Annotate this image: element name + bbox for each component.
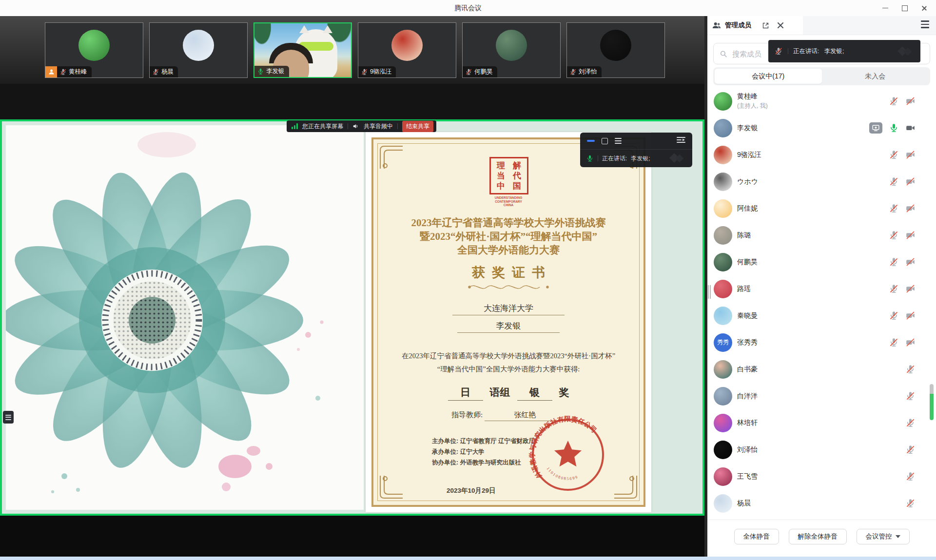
shared-flower-image xyxy=(6,125,364,510)
member-row[interactable]: 王飞雪 xyxy=(707,463,936,490)
camera-icon[interactable] xyxy=(905,257,916,267)
scrollbar-thumb[interactable] xyxy=(930,384,934,420)
mic-icon[interactable] xyxy=(889,203,899,213)
participant-name: 刘泽怡 xyxy=(579,68,597,76)
panel-title: 管理成员 xyxy=(725,21,751,30)
meeting-control-button[interactable]: 会议管控 xyxy=(857,529,910,544)
member-name: 王飞雪 xyxy=(737,472,758,481)
camera-icon[interactable] xyxy=(905,123,916,133)
member-row[interactable]: 何鹏昊 xyxy=(707,249,936,275)
divider xyxy=(788,48,788,54)
mic-icon[interactable] xyxy=(889,337,899,348)
mic-icon[interactable] xyxy=(905,498,916,508)
mic-icon[interactable] xyxy=(889,310,899,321)
member-row[interactable]: 秀秀 张秀秀 xyxy=(707,329,936,356)
minimize-button[interactable] xyxy=(876,0,895,16)
video-tile[interactable]: 刘泽怡 xyxy=(566,22,665,78)
members-icon xyxy=(712,21,721,29)
member-row[interactable]: 刘泽怡 xyxy=(707,436,936,463)
sharing-status-label: 您正在共享屏幕 xyxy=(302,122,343,131)
member-name: 李发银 xyxy=(737,124,758,133)
close-panel-icon[interactable] xyxy=(777,22,784,29)
tab-not-joined[interactable]: 未入会 xyxy=(822,69,929,84)
shared-certificate-page: 理解当代中国 UNDERSTANDINGCONTEMPORARYCHINA 20… xyxy=(366,132,651,512)
camera-icon[interactable] xyxy=(905,176,916,187)
mic-icon[interactable] xyxy=(905,444,916,455)
member-row[interactable]: ウホウ xyxy=(707,168,936,195)
stage-bottom-area xyxy=(0,516,704,557)
unmute-all-button[interactable]: 解除全体静音 xyxy=(789,529,847,544)
member-name: 刘泽怡 xyxy=(737,445,758,454)
member-name: 黄桂峰 xyxy=(737,92,768,101)
divider xyxy=(348,123,348,129)
mic-icon[interactable] xyxy=(889,150,899,160)
avatar xyxy=(391,30,423,61)
member-row[interactable]: 陈璐 xyxy=(707,222,936,249)
member-row[interactable]: 黄桂峰 (主持人, 我) xyxy=(707,88,936,115)
member-name: 阿佳妮 xyxy=(737,204,758,213)
panel-layout-icon[interactable] xyxy=(677,136,685,145)
avatar xyxy=(714,119,732,137)
member-row[interactable]: 9骆泓汪 xyxy=(707,141,936,168)
school-name-row: 大连海洋大学 xyxy=(373,303,644,315)
seal-characters: 理解当代中国 xyxy=(489,157,528,194)
mute-all-button[interactable]: 全体静音 xyxy=(734,529,779,544)
member-row[interactable]: 杨晨 xyxy=(707,490,936,517)
annotation-toolbar-handle[interactable] xyxy=(3,411,14,424)
close-window-button[interactable] xyxy=(915,0,934,16)
member-row[interactable]: 秦晓曼 xyxy=(707,302,936,329)
camera-icon[interactable] xyxy=(905,284,916,294)
camera-icon[interactable] xyxy=(905,230,916,240)
member-row[interactable]: 白书豪 xyxy=(707,356,936,383)
mic-icon xyxy=(257,68,264,75)
screen-share-status-bar: 您正在共享屏幕 共享音频中 结束共享 xyxy=(287,120,436,132)
video-tile[interactable]: 杨晨 xyxy=(149,22,248,78)
mic-icon[interactable] xyxy=(889,284,899,294)
video-tile[interactable]: 何鹏昊 xyxy=(462,22,561,78)
mic-icon[interactable] xyxy=(905,364,916,374)
mic-icon[interactable] xyxy=(905,418,916,428)
camera-icon[interactable] xyxy=(905,96,916,106)
award-row: 日语组银奖 xyxy=(373,386,644,401)
panel-footer: 全体静音 解除全体静音 会议管控 xyxy=(707,529,936,544)
video-tile[interactable]: 李发银 xyxy=(254,22,352,78)
mic-icon[interactable] xyxy=(889,96,899,106)
member-row[interactable]: 白洋洋 xyxy=(707,383,936,409)
member-name: 陈璐 xyxy=(737,231,751,240)
camera-icon[interactable] xyxy=(905,310,916,321)
avatar xyxy=(714,199,732,218)
tile-name-badge: 黄桂峰 xyxy=(45,66,92,77)
avatar xyxy=(600,30,631,61)
mic-icon[interactable] xyxy=(905,391,916,401)
mic-icon[interactable] xyxy=(905,471,916,482)
maximize-button[interactable] xyxy=(895,0,915,16)
awardee-name: 李发银 xyxy=(457,320,560,333)
stop-share-button[interactable]: 结束共享 xyxy=(402,121,433,132)
panel-window-icon[interactable] xyxy=(602,138,608,144)
mic-icon[interactable] xyxy=(889,257,899,267)
certificate-date: 2023年10月29日 xyxy=(447,486,496,495)
member-row[interactable]: 阿佳妮 xyxy=(707,195,936,222)
avatar xyxy=(714,146,732,164)
mic-icon xyxy=(569,68,577,76)
camera-icon[interactable] xyxy=(905,150,916,160)
tab-in-meeting[interactable]: 会议中(17) xyxy=(715,69,822,84)
popout-panel-icon[interactable] xyxy=(762,22,769,29)
camera-icon[interactable] xyxy=(905,337,916,348)
video-tile[interactable]: 黄桂峰 xyxy=(45,22,143,78)
video-tile[interactable]: 9骆泓汪 xyxy=(358,22,456,78)
member-row[interactable]: 林培轩 xyxy=(707,409,936,436)
mic-icon[interactable] xyxy=(889,176,899,187)
speaker-panel-status: 正在讲话: 李发银; xyxy=(580,150,692,167)
panel-list-view-icon[interactable] xyxy=(615,138,622,144)
camera-icon[interactable] xyxy=(905,203,916,213)
member-row[interactable]: 李发银 xyxy=(707,115,936,141)
panel-menu-icon[interactable] xyxy=(921,20,929,28)
member-row[interactable]: 路瑶 xyxy=(707,275,936,302)
mic-icon[interactable] xyxy=(889,123,899,133)
tile-name-badge: 李发银 xyxy=(254,66,289,77)
member-management-panel: 管理成员 正在讲话: 李发银; xyxy=(707,16,936,557)
member-name: 林培轩 xyxy=(737,419,758,427)
mic-icon[interactable] xyxy=(889,230,899,240)
panel-minimize-icon[interactable] xyxy=(587,140,595,142)
